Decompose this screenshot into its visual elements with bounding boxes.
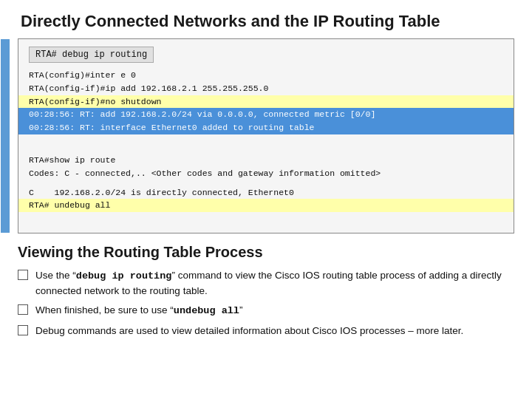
terminal-cmd-bar: RTA# debug ip routing [29, 47, 154, 63]
terminal-box: RTA# debug ip routing RTA(config)#inter … [18, 38, 514, 233]
terminal-content-3: C 192.168.2.0/24 is directly connected, … [29, 186, 503, 225]
bullet-text-3: Debug commands are used to view detailed… [35, 324, 514, 338]
bullet-icon-2 [18, 304, 28, 315]
bullet-text-1: Use the “debug ip routing” command to vi… [35, 268, 514, 298]
terminal-line-c: C 192.168.2.0/24 is directly connected, … [29, 188, 294, 197]
bullet-bold-1: debug ip routing [76, 270, 172, 282]
terminal-line-rt2: 00:28:56: RT: interface Ethernet0 added … [18, 121, 514, 134]
terminal-line-undebug: RTA# undebug all [18, 199, 514, 212]
bullet-item-3: Debug commands are used to view detailed… [18, 324, 514, 338]
left-accent [1, 39, 10, 233]
bullet-icon-3 [18, 325, 28, 335]
slide: Directly Connected Networks and the IP R… [0, 0, 532, 399]
bullet-icon-1 [18, 270, 28, 280]
bullet-list: Use the “debug ip routing” command to vi… [18, 268, 514, 343]
terminal-line-1: RTA(config)#inter e 0 RTA(config-if)#ip … [29, 70, 268, 93]
terminal-line-rt1: 00:28:56: RT: add 192.168.2.0/24 via 0.0… [18, 108, 514, 121]
terminal-content-1: RTA(config)#inter e 0 RTA(config-if)#ip … [29, 69, 503, 148]
bullet-item-1: Use the “debug ip routing” command to vi… [18, 268, 514, 298]
terminal-line-shutdown: RTA(config-if)#no shutdown [18, 95, 514, 109]
terminal-content-2: RTA#show ip route Codes: C - connected,.… [29, 154, 503, 180]
bullet-bold-2: undebug all [174, 305, 239, 316]
bullet-item-2: When finished, be sure to use “undebug a… [18, 303, 514, 318]
slide-title: Directly Connected Networks and the IP R… [18, 12, 514, 31]
bullet-text-2: When finished, be sure to use “undebug a… [35, 303, 514, 318]
section-title: Viewing the Routing Table Process [18, 244, 514, 261]
